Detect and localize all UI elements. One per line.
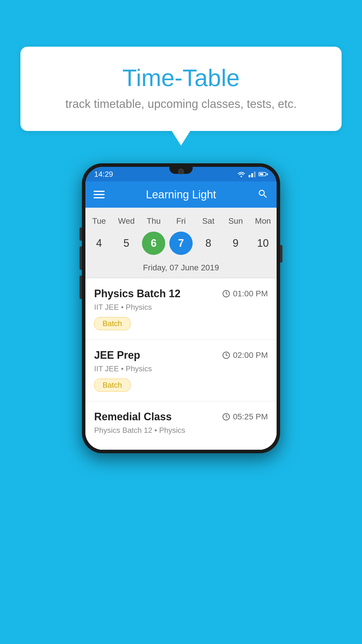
day-thu: Thu (142, 216, 165, 226)
clock-icon-2 (222, 351, 231, 360)
schedule-list: Physics Batch 12 01:00 PM IIT JEE • Phys… (85, 278, 277, 450)
bubble-subtitle: track timetable, upcoming classes, tests… (44, 97, 318, 111)
schedule-item-3-subtitle: Physics Batch 12 • Physics (94, 426, 268, 435)
schedule-item-2-header: JEE Prep 02:00 PM (94, 349, 268, 361)
schedule-item-1[interactable]: Physics Batch 12 01:00 PM IIT JEE • Phys… (85, 278, 277, 340)
status-time: 14:29 (94, 170, 113, 179)
schedule-item-3-time: 05:25 PM (222, 412, 268, 421)
battery-icon (259, 172, 268, 176)
mute-button (80, 228, 82, 241)
schedule-item-2-title: JEE Prep (94, 349, 140, 361)
menu-icon[interactable] (94, 191, 105, 198)
calendar-section: Tue Wed Thu Fri Sat Sun Mon 4 5 6 7 8 9 … (85, 208, 277, 278)
day-4[interactable]: 4 (87, 232, 111, 255)
schedule-item-2-subtitle: IIT JEE • Physics (94, 364, 268, 373)
power-button (280, 245, 282, 262)
volume-up-button (80, 246, 82, 270)
schedule-item-2-time: 02:00 PM (222, 351, 268, 360)
day-7-selected[interactable]: 7 (169, 232, 193, 255)
svg-point-0 (241, 176, 242, 177)
app-bar: Learning Light (85, 181, 277, 208)
phone-camera (178, 169, 184, 174)
schedule-item-3[interactable]: Remedial Class 05:25 PM Physics Batch 12… (85, 401, 277, 450)
wifi-icon (237, 171, 246, 177)
day-8[interactable]: 8 (197, 232, 220, 255)
day-mon: Mon (251, 216, 275, 226)
phone-container: 14:29 (82, 163, 280, 453)
phone-screen: 14:29 (85, 167, 277, 450)
search-icon[interactable] (257, 188, 268, 201)
day-fri: Fri (169, 216, 193, 226)
day-6-today[interactable]: 6 (142, 232, 165, 255)
day-tue: Tue (87, 216, 111, 226)
clock-icon-3 (222, 412, 231, 421)
speech-bubble-container: Time-Table track timetable, upcoming cla… (20, 47, 342, 131)
selected-date-label: Friday, 07 June 2019 (85, 261, 277, 278)
schedule-item-1-time: 01:00 PM (222, 289, 268, 298)
day-9[interactable]: 9 (224, 232, 247, 255)
day-headers: Tue Wed Thu Fri Sat Sun Mon (85, 214, 277, 229)
status-icons (237, 171, 268, 177)
day-sun: Sun (224, 216, 247, 226)
phone-frame: 14:29 (82, 163, 280, 453)
day-numbers: 4 5 6 7 8 9 10 (85, 229, 277, 261)
schedule-item-3-header: Remedial Class 05:25 PM (94, 411, 268, 423)
schedule-item-3-title: Remedial Class (94, 411, 172, 423)
schedule-item-1-title: Physics Batch 12 (94, 288, 180, 300)
bubble-title: Time-Table (44, 64, 318, 92)
day-sat: Sat (197, 216, 220, 226)
app-title: Learning Light (146, 188, 216, 201)
volume-down-button (80, 276, 82, 299)
clock-icon-1 (222, 289, 231, 298)
batch-badge-1: Batch (94, 317, 131, 330)
batch-badge-2: Batch (94, 379, 131, 392)
signal-bars-icon (249, 171, 256, 177)
schedule-item-1-header: Physics Batch 12 01:00 PM (94, 288, 268, 300)
schedule-item-2[interactable]: JEE Prep 02:00 PM IIT JEE • Physics Batc… (85, 340, 277, 401)
speech-bubble: Time-Table track timetable, upcoming cla… (20, 47, 342, 131)
day-10[interactable]: 10 (251, 232, 275, 255)
day-wed: Wed (115, 216, 138, 226)
schedule-item-1-subtitle: IIT JEE • Physics (94, 303, 268, 312)
day-5[interactable]: 5 (115, 232, 138, 255)
